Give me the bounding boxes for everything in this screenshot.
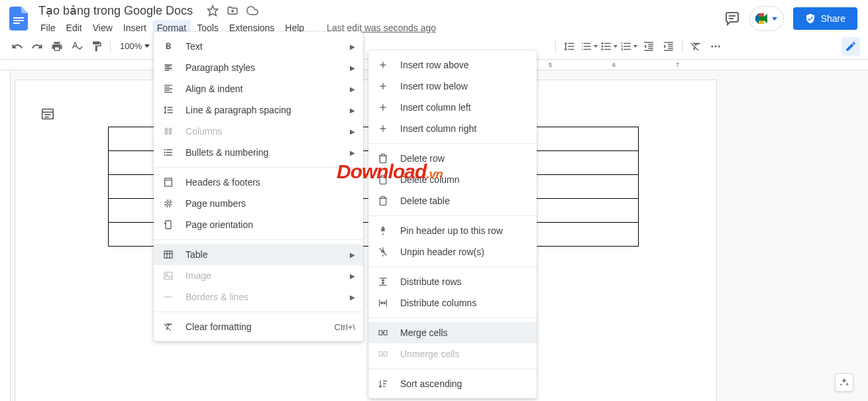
menu-edit[interactable]: Edit	[62, 20, 87, 36]
clear-icon	[162, 320, 175, 333]
format-item-image: Image▶	[154, 265, 363, 286]
table-item-sort-asc[interactable]: Sort ascending	[368, 373, 537, 394]
menu-item-label: Unpin header row(s)	[400, 247, 529, 257]
table-item-insert-col-right[interactable]: Insert column right	[368, 118, 537, 139]
bulleted-list-button[interactable]	[600, 37, 618, 56]
cloud-icon[interactable]	[246, 4, 259, 17]
svg-rect-25	[164, 296, 172, 297]
format-item-headers-footers[interactable]: Headers & footers	[154, 172, 363, 193]
outline-toggle-icon[interactable]	[40, 107, 56, 123]
menu-item-label: Pin header up to this row	[400, 225, 529, 236]
table-item-distribute-rows[interactable]: Distribute rows	[368, 271, 537, 292]
table-icon	[162, 248, 175, 261]
menu-item-label: Columns	[186, 126, 339, 137]
submenu-arrow-icon: ▶	[350, 107, 355, 114]
menu-item-label: Borders & lines	[186, 292, 339, 302]
ruler-tick: 6	[612, 62, 616, 68]
svg-marker-3	[208, 5, 218, 15]
plus-icon	[376, 58, 390, 72]
dist-v-icon	[376, 275, 390, 288]
redo-button[interactable]	[28, 37, 46, 56]
svg-rect-0	[13, 17, 24, 19]
document-page[interactable]	[15, 80, 717, 401]
svg-rect-16	[165, 178, 172, 186]
line-icon	[162, 290, 175, 304]
line-spacing-button[interactable]	[560, 37, 578, 56]
format-item-clear-formatting[interactable]: Clear formattingCtrl+\	[154, 316, 363, 337]
menu-item-label: Image	[186, 270, 339, 281]
menu-item-label: Clear formatting	[186, 321, 324, 332]
menu-item-label: Delete table	[400, 196, 529, 206]
format-item-paragraph-styles[interactable]: Paragraph styles▶	[154, 57, 363, 78]
sort-icon	[376, 377, 390, 390]
plus-icon	[376, 101, 390, 114]
format-item-text[interactable]: Text▶	[154, 36, 363, 57]
format-item-borders-lines: Borders & lines▶	[154, 286, 363, 308]
trash-icon	[376, 194, 390, 207]
menu-item-label: Page orientation	[186, 219, 355, 230]
menu-item-label: Insert row below	[400, 81, 529, 91]
menu-item-label: Distribute rows	[400, 276, 529, 287]
bold-icon	[162, 40, 175, 53]
submenu-arrow-icon: ▶	[350, 128, 355, 135]
image-icon	[162, 269, 175, 282]
pin-icon	[376, 224, 390, 237]
explore-button[interactable]	[835, 373, 853, 392]
format-item-align-indent[interactable]: Align & indent▶	[154, 78, 363, 99]
paragraph-icon	[162, 61, 175, 74]
table-item-distribute-cols[interactable]: Distribute columns	[368, 292, 537, 314]
menu-insert[interactable]: Insert	[119, 20, 151, 36]
menu-item-label: Line & paragraph spacing	[186, 105, 339, 115]
table-item-unpin-header[interactable]: Unpin header row(s)	[368, 241, 537, 262]
table-item-delete-table[interactable]: Delete table	[368, 190, 537, 211]
table-item-merge-cells[interactable]: Merge cells	[368, 322, 537, 343]
header-icon	[162, 176, 175, 189]
menu-file[interactable]: File	[36, 20, 60, 36]
clear-format-button[interactable]	[686, 37, 705, 56]
menu-item-label: Align & indent	[186, 84, 339, 94]
format-item-page-orientation[interactable]: Page orientation	[154, 214, 363, 235]
submenu-arrow-icon: ▶	[350, 272, 355, 280]
move-icon[interactable]	[226, 4, 239, 17]
numbered-list-button[interactable]	[620, 37, 638, 56]
svg-point-9	[712, 45, 714, 47]
editing-mode-button[interactable]	[841, 37, 860, 56]
more-button[interactable]	[706, 37, 725, 56]
star-icon[interactable]	[206, 4, 219, 17]
meet-button[interactable]	[749, 6, 784, 31]
zoom-select[interactable]: 100%	[115, 38, 155, 54]
print-button[interactable]	[48, 37, 66, 56]
format-paint-button[interactable]	[87, 37, 106, 56]
format-item-bullets-numbering[interactable]: Bullets & numbering▶	[154, 142, 363, 163]
increase-indent-button[interactable]	[659, 37, 678, 56]
format-item-table[interactable]: Table▶	[154, 244, 363, 265]
plus-icon	[376, 122, 390, 135]
menu-item-label: Merge cells	[400, 327, 529, 338]
plus-icon	[376, 80, 390, 93]
table-item-insert-col-left[interactable]: Insert column left	[368, 97, 537, 118]
checklist-button[interactable]	[580, 37, 598, 56]
svg-rect-1	[13, 20, 24, 21]
format-item-page-numbers[interactable]: Page numbers	[154, 193, 363, 214]
decrease-indent-button[interactable]	[639, 37, 658, 56]
share-button[interactable]: Share	[793, 7, 857, 30]
table-item-insert-row-above[interactable]: Insert row above	[368, 54, 537, 76]
document-title[interactable]: Tạo bảng trong Google Docs	[36, 2, 195, 19]
table-item-insert-row-below[interactable]: Insert row below	[368, 76, 537, 97]
merge-icon	[376, 326, 390, 339]
undo-button[interactable]	[8, 37, 27, 56]
spacing-icon	[162, 103, 175, 117]
comments-icon[interactable]	[724, 11, 740, 27]
align-icon	[162, 82, 175, 95]
share-label: Share	[821, 13, 845, 24]
format-item-line-spacing[interactable]: Line & paragraph spacing▶	[154, 99, 363, 121]
spellcheck-button[interactable]	[68, 37, 86, 56]
menu-view[interactable]: View	[88, 20, 117, 36]
menu-item-label: Insert column left	[400, 102, 529, 113]
menu-item-label: Headers & footers	[186, 177, 355, 188]
submenu-arrow-icon: ▶	[350, 251, 355, 258]
table-item-pin-header[interactable]: Pin header up to this row	[368, 220, 537, 241]
svg-point-6	[602, 42, 604, 44]
docs-logo[interactable]	[5, 5, 32, 32]
hash-icon	[162, 197, 175, 210]
